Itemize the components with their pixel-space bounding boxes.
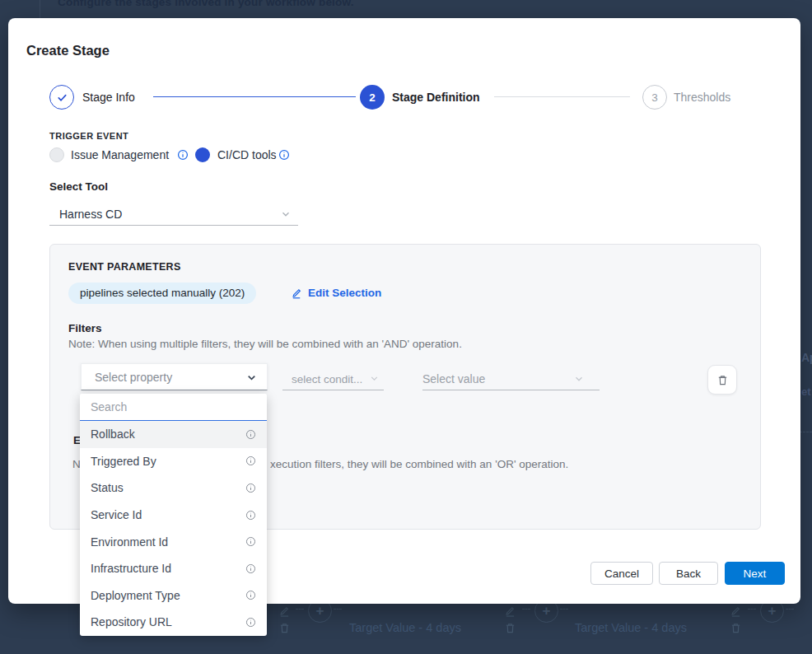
filters-note: Note: When using multiple filters, they … bbox=[68, 338, 462, 350]
radio-issue-management[interactable] bbox=[49, 147, 64, 162]
info-icon[interactable] bbox=[177, 149, 189, 161]
cancel-button[interactable]: Cancel bbox=[590, 562, 653, 585]
selection-chip: pipelines selected manually (202) bbox=[68, 283, 256, 304]
step-number: 3 bbox=[651, 91, 658, 104]
select-property-placeholder: Select property bbox=[95, 371, 172, 384]
dropdown-item-deployment-type[interactable]: Deployment Type bbox=[80, 582, 267, 610]
select-value-dropdown[interactable]: Select value bbox=[422, 368, 600, 390]
chevron-down-icon bbox=[280, 208, 292, 220]
dropdown-item-infrastructure-id[interactable]: Infrastructure Id bbox=[80, 555, 267, 582]
back-button[interactable]: Back bbox=[659, 562, 718, 585]
info-icon[interactable] bbox=[245, 563, 256, 574]
screen: { "background": { "top_banner": "Configu… bbox=[0, 0, 812, 654]
stepper-connector bbox=[153, 96, 356, 97]
dropdown-item-label: Rollback bbox=[91, 427, 135, 441]
dropdown-item-service-id[interactable]: Service Id bbox=[80, 502, 267, 529]
dropdown-item-status[interactable]: Status bbox=[80, 474, 267, 502]
select-tool-label: Select Tool bbox=[49, 180, 108, 193]
radio-cicd-tools[interactable] bbox=[195, 147, 210, 162]
info-icon[interactable] bbox=[278, 149, 290, 161]
step-stage-info-label[interactable]: Stage Info bbox=[82, 91, 135, 104]
execution-note-fragment-right: xecution filters, they will be combined … bbox=[270, 458, 568, 470]
filters-heading: Filters bbox=[68, 322, 102, 334]
info-icon[interactable] bbox=[245, 536, 256, 547]
edit-icon bbox=[291, 287, 303, 299]
dropdown-item-repository-url[interactable]: Repository URL bbox=[80, 609, 267, 636]
dropdown-item-environment-id[interactable]: Environment Id bbox=[80, 528, 267, 555]
dropdown-item-rollback[interactable]: Rollback bbox=[80, 421, 267, 448]
connector-dash bbox=[334, 609, 342, 610]
info-icon[interactable] bbox=[245, 455, 256, 466]
trigger-event-options: Issue Management CI/CD tools bbox=[49, 147, 379, 164]
info-icon[interactable] bbox=[245, 617, 256, 628]
background-banner-text: Configure the stages involved in your wo… bbox=[58, 0, 354, 8]
background-right-fragment: et bbox=[801, 385, 811, 398]
radio-issue-management-label[interactable]: Issue Management bbox=[71, 148, 169, 161]
edit-icon bbox=[730, 605, 742, 617]
connector-dash bbox=[748, 609, 756, 610]
edit-selection-label: Edit Selection bbox=[308, 287, 381, 299]
event-parameters-heading: EVENT PARAMETERS bbox=[68, 261, 181, 273]
step-stage-definition[interactable]: 2 bbox=[360, 85, 385, 110]
step-stage-info[interactable] bbox=[49, 85, 74, 110]
select-condition-dropdown[interactable]: select condit... bbox=[282, 368, 384, 390]
background-card-label: Target Value - 4 days bbox=[349, 621, 461, 634]
back-button-label: Back bbox=[676, 568, 701, 580]
connector-dash bbox=[560, 609, 568, 610]
trash-icon bbox=[716, 374, 729, 386]
edit-icon bbox=[504, 605, 516, 617]
trash-icon bbox=[504, 622, 516, 634]
info-icon[interactable] bbox=[245, 429, 256, 440]
connector-dash bbox=[522, 609, 530, 610]
step-thresholds-label[interactable]: Thresholds bbox=[674, 91, 730, 104]
dropdown-item-label: Deployment Type bbox=[91, 589, 180, 602]
check-icon bbox=[56, 91, 68, 104]
trash-icon bbox=[278, 622, 291, 634]
connector-dash bbox=[296, 609, 304, 610]
dropdown-item-label: Service Id bbox=[91, 508, 142, 521]
dropdown-item-label: Repository URL bbox=[91, 615, 172, 628]
background-top-band: Configure the stages involved in your wo… bbox=[0, 0, 812, 18]
edit-icon bbox=[278, 605, 291, 617]
edit-selection-link[interactable]: Edit Selection bbox=[291, 287, 381, 299]
background-card-edge bbox=[40, 0, 40, 18]
chevron-down-icon bbox=[369, 373, 380, 385]
cancel-button-label: Cancel bbox=[604, 568, 639, 580]
property-search-input[interactable] bbox=[80, 394, 267, 421]
next-button-label: Next bbox=[744, 568, 767, 580]
info-icon[interactable] bbox=[245, 483, 256, 493]
chevron-down-icon bbox=[573, 373, 585, 385]
delete-filter-button[interactable] bbox=[707, 365, 737, 395]
property-dropdown-popover: Rollback Triggered By Status Service Id … bbox=[80, 394, 267, 636]
stepper-connector bbox=[494, 96, 630, 97]
connector-dash bbox=[786, 609, 794, 610]
background-card-label: Target Value - 4 days bbox=[575, 621, 687, 634]
select-tool-dropdown[interactable]: Harness CD bbox=[49, 203, 298, 226]
background-right-fragment: Ap bbox=[801, 351, 812, 364]
step-stage-definition-label[interactable]: Stage Definition bbox=[392, 91, 480, 104]
radio-cicd-tools-label[interactable]: CI/CD tools bbox=[217, 148, 277, 161]
stepper: Stage Info 2 Stage Definition 3 Threshol… bbox=[8, 85, 800, 110]
select-value-placeholder: Select value bbox=[422, 372, 485, 385]
dropdown-item-label: Environment Id bbox=[91, 535, 168, 549]
modal-title: Create Stage bbox=[26, 43, 110, 58]
chevron-down-icon bbox=[245, 371, 257, 383]
select-tool-value: Harness CD bbox=[59, 208, 122, 221]
info-icon[interactable] bbox=[245, 510, 256, 521]
trash-icon bbox=[730, 622, 742, 634]
info-icon[interactable] bbox=[245, 590, 256, 600]
background-right-dash bbox=[800, 432, 812, 432]
dropdown-item-label: Status bbox=[91, 481, 124, 494]
dropdown-item-triggered-by[interactable]: Triggered By bbox=[80, 448, 267, 475]
select-property-dropdown[interactable]: Select property bbox=[81, 363, 268, 390]
next-button[interactable]: Next bbox=[725, 562, 785, 585]
step-number: 2 bbox=[369, 91, 376, 104]
dropdown-item-label: Triggered By bbox=[91, 455, 156, 468]
step-thresholds[interactable]: 3 bbox=[642, 85, 667, 110]
select-condition-placeholder: select condit... bbox=[292, 373, 362, 385]
trigger-event-heading: TRIGGER EVENT bbox=[49, 131, 128, 141]
dropdown-item-label: Infrastructure Id bbox=[91, 562, 171, 575]
